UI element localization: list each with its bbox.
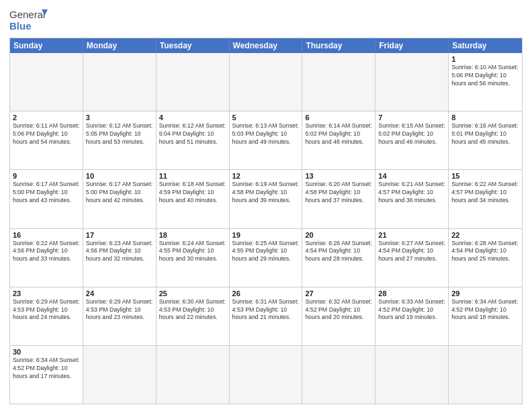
day-info: Sunrise: 6:18 AM Sunset: 4:59 PM Dayligh… <box>159 181 226 205</box>
week-row-5: 23Sunrise: 6:29 AM Sunset: 4:53 PM Dayli… <box>10 287 522 345</box>
day-info: Sunrise: 6:17 AM Sunset: 5:00 PM Dayligh… <box>13 181 80 205</box>
day-8: 8Sunrise: 6:16 AM Sunset: 5:01 PM Daylig… <box>449 111 522 169</box>
day-info: Sunrise: 6:12 AM Sunset: 5:05 PM Dayligh… <box>86 122 153 146</box>
day-number: 10 <box>86 172 153 180</box>
day-25: 25Sunrise: 6:30 AM Sunset: 4:53 PM Dayli… <box>157 287 230 345</box>
header-saturday: Saturday <box>449 38 522 53</box>
day-info: Sunrise: 6:25 AM Sunset: 4:55 PM Dayligh… <box>232 240 300 264</box>
week-row-6: 30Sunrise: 6:34 AM Sunset: 4:52 PM Dayli… <box>10 345 522 404</box>
day-info: Sunrise: 6:11 AM Sunset: 5:06 PM Dayligh… <box>13 122 80 146</box>
day-info: Sunrise: 6:24 AM Sunset: 4:55 PM Dayligh… <box>159 240 226 264</box>
day-empty <box>375 346 449 404</box>
day-info: Sunrise: 6:12 AM Sunset: 5:04 PM Dayligh… <box>159 122 226 146</box>
day-16: 16Sunrise: 6:22 AM Sunset: 4:56 PM Dayli… <box>10 229 83 287</box>
day-number: 30 <box>13 348 80 356</box>
day-info: Sunrise: 6:32 AM Sunset: 4:52 PM Dayligh… <box>305 298 372 322</box>
day-17: 17Sunrise: 6:23 AM Sunset: 4:56 PM Dayli… <box>83 229 157 287</box>
day-24: 24Sunrise: 6:29 AM Sunset: 4:53 PM Dayli… <box>83 287 157 345</box>
day-info: Sunrise: 6:10 AM Sunset: 5:06 PM Dayligh… <box>451 64 519 88</box>
header: GeneralBlue <box>9 7 523 32</box>
week-row-4: 16Sunrise: 6:22 AM Sunset: 4:56 PM Dayli… <box>10 228 522 287</box>
day-27: 27Sunrise: 6:32 AM Sunset: 4:52 PM Dayli… <box>302 287 375 345</box>
day-empty <box>83 346 157 404</box>
day-number: 11 <box>159 172 226 180</box>
header-wednesday: Wednesday <box>230 38 303 53</box>
svg-text:General: General <box>9 9 45 20</box>
header-thursday: Thursday <box>302 38 375 53</box>
day-number: 26 <box>232 289 300 298</box>
day-29: 29Sunrise: 6:34 AM Sunset: 4:52 PM Dayli… <box>449 287 522 345</box>
logo-svg: GeneralBlue <box>9 7 48 32</box>
day-14: 14Sunrise: 6:21 AM Sunset: 4:57 PM Dayli… <box>375 170 449 228</box>
day-info: Sunrise: 6:17 AM Sunset: 5:00 PM Dayligh… <box>86 181 153 205</box>
day-info: Sunrise: 6:13 AM Sunset: 5:03 PM Dayligh… <box>232 122 300 146</box>
header-tuesday: Tuesday <box>157 38 230 53</box>
day-info: Sunrise: 6:14 AM Sunset: 5:02 PM Dayligh… <box>305 122 372 146</box>
day-number: 9 <box>13 172 80 180</box>
day-2: 2Sunrise: 6:11 AM Sunset: 5:06 PM Daylig… <box>10 111 83 169</box>
header-sunday: Sunday <box>10 38 83 53</box>
day-number: 13 <box>305 172 372 180</box>
calendar: SundayMondayTuesdayWednesdayThursdayFrid… <box>9 38 523 404</box>
day-info: Sunrise: 6:28 AM Sunset: 4:54 PM Dayligh… <box>451 240 519 264</box>
day-number: 3 <box>86 113 153 122</box>
day-10: 10Sunrise: 6:17 AM Sunset: 5:00 PM Dayli… <box>83 170 157 228</box>
day-number: 4 <box>159 113 226 122</box>
day-info: Sunrise: 6:30 AM Sunset: 4:53 PM Dayligh… <box>159 298 226 322</box>
day-number: 1 <box>451 55 519 63</box>
day-number: 25 <box>159 289 226 298</box>
calendar-page: GeneralBlue SundayMondayTuesdayWednesday… <box>0 0 532 411</box>
day-number: 5 <box>232 113 300 122</box>
day-22: 22Sunrise: 6:28 AM Sunset: 4:54 PM Dayli… <box>449 229 522 287</box>
day-info: Sunrise: 6:29 AM Sunset: 4:53 PM Dayligh… <box>13 298 80 322</box>
day-1: 1Sunrise: 6:10 AM Sunset: 5:06 PM Daylig… <box>449 53 522 111</box>
day-number: 14 <box>378 172 445 180</box>
day-empty <box>302 346 375 404</box>
day-number: 27 <box>305 289 372 298</box>
day-info: Sunrise: 6:22 AM Sunset: 4:56 PM Dayligh… <box>13 240 80 264</box>
day-number: 17 <box>86 231 153 239</box>
day-28: 28Sunrise: 6:33 AM Sunset: 4:52 PM Dayli… <box>375 287 449 345</box>
day-12: 12Sunrise: 6:19 AM Sunset: 4:58 PM Dayli… <box>230 170 303 228</box>
day-30: 30Sunrise: 6:34 AM Sunset: 4:52 PM Dayli… <box>10 346 83 404</box>
day-number: 16 <box>13 231 80 239</box>
day-19: 19Sunrise: 6:25 AM Sunset: 4:55 PM Dayli… <box>230 229 303 287</box>
day-empty <box>157 346 230 404</box>
day-number: 21 <box>378 231 445 239</box>
week-row-2: 2Sunrise: 6:11 AM Sunset: 5:06 PM Daylig… <box>10 111 522 169</box>
day-info: Sunrise: 6:16 AM Sunset: 5:01 PM Dayligh… <box>451 122 519 146</box>
day-15: 15Sunrise: 6:22 AM Sunset: 4:57 PM Dayli… <box>449 170 522 228</box>
day-info: Sunrise: 6:21 AM Sunset: 4:57 PM Dayligh… <box>378 181 445 205</box>
svg-text:Blue: Blue <box>9 20 32 32</box>
day-empty <box>302 53 375 111</box>
day-number: 7 <box>378 113 445 122</box>
day-number: 15 <box>451 172 519 180</box>
day-7: 7Sunrise: 6:15 AM Sunset: 5:02 PM Daylig… <box>375 111 449 169</box>
calendar-header: SundayMondayTuesdayWednesdayThursdayFrid… <box>10 38 522 53</box>
day-number: 23 <box>13 289 80 298</box>
week-row-3: 9Sunrise: 6:17 AM Sunset: 5:00 PM Daylig… <box>10 169 522 228</box>
day-empty <box>230 346 303 404</box>
day-number: 19 <box>232 231 300 239</box>
day-number: 2 <box>13 113 80 122</box>
day-18: 18Sunrise: 6:24 AM Sunset: 4:55 PM Dayli… <box>157 229 230 287</box>
day-number: 6 <box>305 113 372 122</box>
day-empty <box>375 53 449 111</box>
day-23: 23Sunrise: 6:29 AM Sunset: 4:53 PM Dayli… <box>10 287 83 345</box>
day-info: Sunrise: 6:34 AM Sunset: 4:52 PM Dayligh… <box>451 298 519 322</box>
day-9: 9Sunrise: 6:17 AM Sunset: 5:00 PM Daylig… <box>10 170 83 228</box>
day-info: Sunrise: 6:19 AM Sunset: 4:58 PM Dayligh… <box>232 181 300 205</box>
logo: GeneralBlue <box>9 7 48 32</box>
day-21: 21Sunrise: 6:27 AM Sunset: 4:54 PM Dayli… <box>375 229 449 287</box>
day-info: Sunrise: 6:29 AM Sunset: 4:53 PM Dayligh… <box>86 298 153 322</box>
day-number: 12 <box>232 172 300 180</box>
day-info: Sunrise: 6:26 AM Sunset: 4:54 PM Dayligh… <box>305 240 372 264</box>
day-empty <box>230 53 303 111</box>
calendar-body: 1Sunrise: 6:10 AM Sunset: 5:06 PM Daylig… <box>10 53 522 404</box>
day-number: 18 <box>159 231 226 239</box>
week-row-1: 1Sunrise: 6:10 AM Sunset: 5:06 PM Daylig… <box>10 53 522 111</box>
header-monday: Monday <box>83 38 157 53</box>
day-info: Sunrise: 6:22 AM Sunset: 4:57 PM Dayligh… <box>451 181 519 205</box>
day-info: Sunrise: 6:31 AM Sunset: 4:53 PM Dayligh… <box>232 298 300 322</box>
day-number: 8 <box>451 113 519 122</box>
